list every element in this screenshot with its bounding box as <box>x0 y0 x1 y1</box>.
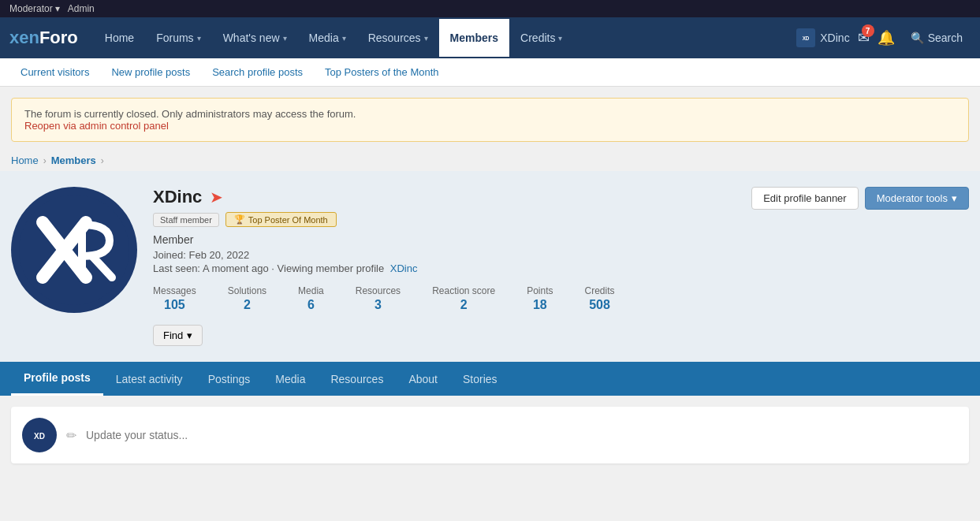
user-menu[interactable]: XD XDinc <box>796 28 849 47</box>
tab-latest-activity[interactable]: Latest activity <box>103 363 196 395</box>
top-poster-badge: 🏆 Top Poster Of Month <box>225 212 337 227</box>
notifications-area[interactable]: ✉ 7 <box>858 29 870 47</box>
moderator-menu[interactable]: Moderator ▾ <box>9 3 60 14</box>
edit-profile-banner-button[interactable]: Edit profile banner <box>751 187 859 210</box>
breadcrumb-separator-1: › <box>43 155 47 166</box>
stat-solutions: Solutions 2 <box>228 285 266 312</box>
sub-nav-search-profile-posts[interactable]: Search profile posts <box>201 58 314 86</box>
profile-joined: Joined: Feb 20, 2022 <box>153 249 736 261</box>
nav-item-media[interactable]: Media ▾ <box>298 19 357 57</box>
credits-arrow-icon: ▾ <box>558 34 562 43</box>
whats-new-arrow-icon: ▾ <box>283 34 287 43</box>
stat-points: Points 18 <box>527 285 553 312</box>
stat-messages: Messages 105 <box>153 285 196 312</box>
staff-member-badge: Staff member <box>153 213 219 227</box>
svg-text:XD: XD <box>34 432 45 441</box>
pencil-icon: ✏ <box>66 428 76 443</box>
moderator-arrow-icon: ▾ <box>55 3 60 14</box>
tab-postings[interactable]: Postings <box>196 363 263 395</box>
forums-arrow-icon: ▾ <box>197 34 201 43</box>
nav-links: Home Forums ▾ What's new ▾ Media ▾ Resou… <box>94 19 796 57</box>
breadcrumb-separator-2: › <box>101 155 104 166</box>
admin-bar: Moderator ▾ Admin <box>0 0 980 17</box>
stat-resources: Resources 3 <box>356 285 401 312</box>
svg-point-2 <box>19 195 129 305</box>
profile-username: XDinc <box>153 187 202 207</box>
sub-nav-current-visitors[interactable]: Current visitors <box>9 58 100 86</box>
mod-tools-arrow-icon: ▾ <box>952 192 957 204</box>
sub-nav-new-profile-posts[interactable]: New profile posts <box>100 58 201 86</box>
username-label: XDinc <box>820 32 849 44</box>
post-avatar: XD <box>22 418 57 452</box>
profile-section: XDinc ➤ Staff member 🏆 Top Poster Of Mon… <box>0 171 980 362</box>
profile-info: XDinc ➤ Staff member 🏆 Top Poster Of Mon… <box>153 187 736 346</box>
nav-item-home[interactable]: Home <box>94 19 145 57</box>
profile-stats: Messages 105 Solutions 2 Media 6 Resourc… <box>153 285 736 312</box>
breadcrumb-members[interactable]: Members <box>51 154 96 166</box>
breadcrumb: Home › Members › <box>0 150 980 171</box>
alert-banner: The forum is currently closed. Only admi… <box>11 98 969 142</box>
find-arrow-icon: ▾ <box>187 329 192 341</box>
profile-last-seen: Last seen: A moment ago · Viewing member… <box>153 262 736 274</box>
profile-badges: Staff member 🏆 Top Poster Of Month <box>153 212 736 227</box>
search-icon: 🔍 <box>911 32 924 44</box>
nav-item-credits[interactable]: Credits ▾ <box>509 19 573 57</box>
logo-foro: Foro <box>39 28 78 47</box>
logo-xen: xen <box>9 28 39 47</box>
tab-about[interactable]: About <box>396 363 450 395</box>
stat-reaction-score: Reaction score 2 <box>432 285 495 312</box>
alert-message: The forum is currently closed. Only admi… <box>24 108 956 120</box>
user-avatar-small: XD <box>796 28 815 47</box>
media-arrow-icon: ▾ <box>342 34 346 43</box>
status-update-input[interactable] <box>86 429 958 441</box>
nav-item-forums[interactable]: Forums ▾ <box>145 19 211 57</box>
profile-avatar <box>11 187 137 313</box>
pointer-arrow-icon: ➤ <box>210 188 223 207</box>
search-button[interactable]: 🔍 Search <box>903 27 971 49</box>
profile-name-row: XDinc ➤ <box>153 187 736 207</box>
notif-badge: 7 <box>862 24 874 37</box>
tab-media[interactable]: Media <box>263 363 318 395</box>
profile-tabs: Profile posts Latest activity Postings M… <box>0 362 980 396</box>
profile-role: Member <box>153 233 736 246</box>
mod-tools-label: Moderator tools <box>877 192 948 204</box>
tab-stories[interactable]: Stories <box>450 363 510 395</box>
svg-text:XD: XD <box>803 35 810 41</box>
nav-item-members[interactable]: Members <box>439 19 509 57</box>
admin-link[interactable]: Admin <box>68 3 95 14</box>
stat-credits: Credits 508 <box>585 285 615 312</box>
moderator-tools-button[interactable]: Moderator tools ▾ <box>865 187 969 210</box>
resources-arrow-icon: ▾ <box>424 34 428 43</box>
trophy-icon: 🏆 <box>234 214 245 225</box>
admin-label: Admin <box>68 3 95 14</box>
profile-actions: Edit profile banner Moderator tools ▾ <box>751 187 969 210</box>
breadcrumb-home[interactable]: Home <box>11 154 39 166</box>
sub-nav-top-posters[interactable]: Top Posters of the Month <box>314 58 450 86</box>
sub-nav: Current visitors New profile posts Searc… <box>0 58 980 87</box>
tab-resources[interactable]: Resources <box>318 363 396 395</box>
site-logo[interactable]: xenForo <box>9 28 78 48</box>
viewing-link[interactable]: XDinc <box>390 262 418 274</box>
nav-item-resources[interactable]: Resources ▾ <box>357 19 439 57</box>
find-label: Find <box>163 329 183 341</box>
moderator-label: Moderator <box>9 3 53 14</box>
post-input-area: XD ✏ <box>11 407 969 463</box>
nav-item-whats-new[interactable]: What's new ▾ <box>212 19 298 57</box>
main-nav: xenForo Home Forums ▾ What's new ▾ Media… <box>0 17 980 58</box>
search-label: Search <box>928 32 963 44</box>
stat-media: Media 6 <box>298 285 324 312</box>
alert-link[interactable]: Reopen via admin control panel <box>24 120 169 132</box>
find-button[interactable]: Find ▾ <box>153 325 203 346</box>
bell-icon[interactable]: 🔔 <box>878 29 895 47</box>
nav-right: XD XDinc ✉ 7 🔔 🔍 Search <box>796 27 971 49</box>
tab-profile-posts[interactable]: Profile posts <box>11 362 103 396</box>
